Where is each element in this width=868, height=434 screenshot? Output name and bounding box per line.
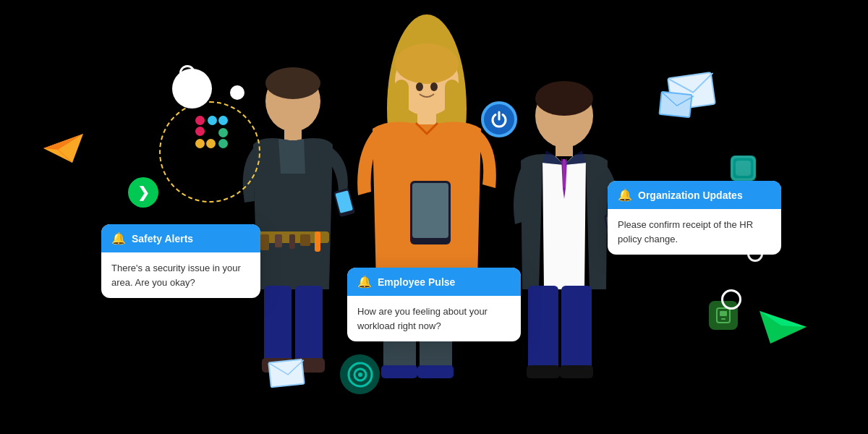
svg-rect-30 bbox=[300, 234, 310, 246]
svg-rect-41 bbox=[417, 111, 436, 126]
svg-rect-27 bbox=[260, 234, 269, 250]
employee-pulse-text: How are you feeling about your workload … bbox=[357, 306, 488, 331]
svg-rect-32 bbox=[264, 286, 292, 365]
safety-alerts-body: There's a security issue in your area. A… bbox=[101, 252, 260, 298]
teal-square-icon bbox=[731, 156, 756, 181]
svg-rect-33 bbox=[295, 286, 323, 365]
org-updates-body: Please confirm receipt of the HR policy … bbox=[608, 209, 767, 255]
org-updates-title: Organization Updates bbox=[638, 190, 743, 201]
employee-pulse-card: 🔔 Employee Pulse How are you feeling abo… bbox=[347, 268, 521, 341]
svg-rect-59 bbox=[560, 365, 593, 378]
svg-rect-3 bbox=[195, 116, 205, 125]
org-updates-card: 🔔 Organization Updates Please confirm re… bbox=[608, 181, 781, 255]
svg-rect-25 bbox=[335, 190, 353, 213]
org-updates-text: Please confirm receipt of the HR policy … bbox=[618, 219, 753, 244]
svg-rect-28 bbox=[275, 234, 282, 247]
employee-pulse-title: Employee Pulse bbox=[378, 276, 455, 288]
svg-rect-10 bbox=[208, 116, 217, 125]
svg-rect-12 bbox=[736, 161, 751, 176]
safety-alerts-card: 🔔 Safety Alerts There's a security issue… bbox=[101, 224, 260, 298]
svg-rect-52 bbox=[556, 143, 573, 156]
svg-rect-29 bbox=[289, 234, 295, 249]
svg-rect-7 bbox=[218, 139, 228, 148]
slack-logo-icon bbox=[188, 109, 235, 158]
svg-rect-49 bbox=[417, 365, 454, 378]
svg-rect-56 bbox=[528, 286, 558, 373]
employee-pulse-body: How are you feeling about your workload … bbox=[347, 296, 506, 341]
svg-rect-17 bbox=[720, 311, 727, 316]
org-updates-header: 🔔 Organization Updates bbox=[608, 181, 781, 209]
svg-rect-43 bbox=[412, 183, 448, 238]
bell-icon-safety: 🔔 bbox=[111, 231, 126, 245]
svg-point-38 bbox=[395, 43, 459, 84]
svg-marker-19 bbox=[760, 311, 807, 344]
plane-yellow bbox=[43, 134, 83, 166]
employee-pulse-header: 🔔 Employee Pulse bbox=[347, 268, 521, 296]
svg-point-45 bbox=[430, 82, 438, 91]
svg-rect-5 bbox=[195, 139, 205, 148]
circle-white-small bbox=[230, 85, 244, 100]
svg-point-15 bbox=[358, 373, 362, 377]
target-icon bbox=[340, 354, 380, 394]
safety-alerts-title: Safety Alerts bbox=[132, 233, 193, 244]
mail-envelope-bottom bbox=[268, 359, 305, 388]
circle-outline-top bbox=[179, 65, 195, 81]
svg-point-22 bbox=[265, 67, 320, 99]
svg-rect-9 bbox=[218, 116, 228, 125]
circle-outline-right bbox=[721, 289, 741, 310]
svg-rect-53 bbox=[563, 159, 566, 188]
svg-point-51 bbox=[535, 81, 593, 116]
svg-rect-18 bbox=[721, 318, 726, 320]
main-scene: ❯ bbox=[0, 0, 868, 434]
mail-envelope-small bbox=[658, 91, 692, 118]
svg-rect-58 bbox=[527, 365, 560, 378]
svg-rect-4 bbox=[195, 127, 205, 136]
plane-green bbox=[760, 311, 807, 346]
svg-rect-23 bbox=[284, 127, 302, 140]
svg-rect-8 bbox=[218, 128, 228, 137]
green-arrow-icon: ❯ bbox=[128, 177, 158, 208]
safety-alerts-header: 🔔 Safety Alerts bbox=[101, 224, 260, 252]
svg-rect-48 bbox=[381, 365, 417, 378]
power-icon bbox=[481, 101, 517, 137]
svg-rect-6 bbox=[206, 139, 216, 148]
bell-icon-pulse: 🔔 bbox=[357, 275, 372, 289]
bell-icon-org: 🔔 bbox=[618, 188, 632, 202]
svg-rect-31 bbox=[315, 231, 320, 252]
safety-alerts-text: There's a security issue in your area. A… bbox=[111, 263, 241, 288]
svg-rect-57 bbox=[561, 286, 592, 373]
svg-point-44 bbox=[416, 82, 423, 91]
